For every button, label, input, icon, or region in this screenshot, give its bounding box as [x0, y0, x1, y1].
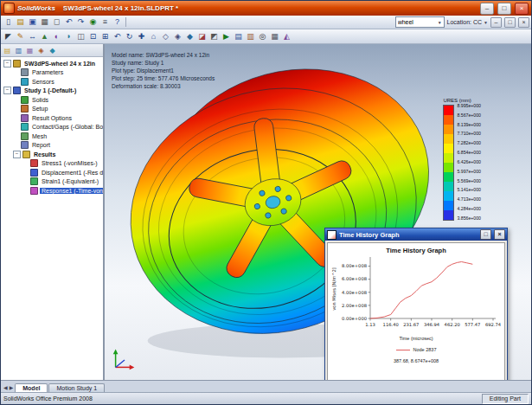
tree-item-label: Contact/Gaps (-Global: Bonded-) — [30, 124, 103, 130]
options-icon[interactable]: ≡ — [99, 16, 111, 28]
sketch-icon[interactable]: ✎ — [15, 31, 26, 42]
fillet-icon[interactable]: ◗ — [63, 31, 74, 42]
mirror-icon[interactable]: ◫ — [75, 31, 87, 42]
run-simulation-icon[interactable]: ▶ — [221, 31, 232, 42]
document-tabs-bar: ◀ ▶ Model Motion Study 1 — [1, 380, 531, 392]
tree-item[interactable]: Displacement1 (-Res disp-) — [1, 168, 103, 177]
location-dropdown[interactable]: Location: CC ▼ — [447, 19, 488, 25]
plot-tools-icon[interactable]: ▥ — [245, 31, 256, 42]
standard-views-icon[interactable]: ⌂ — [148, 31, 159, 42]
wireframe-icon[interactable]: ◇ — [160, 31, 171, 42]
minimize-button[interactable]: – — [480, 3, 494, 15]
close-button[interactable]: × — [515, 3, 529, 15]
propertymanager-tab-icon[interactable]: ▥ — [14, 46, 23, 55]
time-history-graph-window[interactable]: Time History Graph □ × Time History Grap… — [324, 228, 508, 380]
maximize-button[interactable]: □ — [497, 3, 511, 15]
tree-item[interactable]: Sensors — [1, 77, 103, 87]
legend-value: 7.282e+000 — [457, 140, 481, 145]
expander-icon[interactable]: − — [3, 87, 11, 94]
graph-window-titlebar[interactable]: Time History Graph □ × — [325, 228, 507, 241]
rotate-view-icon[interactable]: ↻ — [124, 31, 135, 42]
chart-x-axis-label: Time (microsec) — [399, 336, 433, 341]
legend-value: 3.856e+000 — [457, 215, 481, 221]
undo-icon[interactable]: ↶ — [63, 16, 74, 28]
tab-scroll-right-icon[interactable]: ▶ — [10, 384, 14, 390]
tree-item[interactable]: Result Options — [1, 113, 103, 123]
pan-icon[interactable]: ✚ — [136, 31, 147, 42]
print-icon[interactable]: ▦ — [39, 16, 50, 28]
tab-motion-study[interactable]: Motion Study 1 — [48, 383, 105, 392]
probe-icon[interactable]: ◎ — [257, 31, 268, 42]
tree-item[interactable]: Report — [1, 141, 103, 151]
shadows-icon[interactable]: ◩ — [208, 31, 220, 42]
titlebar: SolidWorks SW3dPS-wheel 24 x 12in.SLDPRT… — [1, 1, 531, 16]
help-icon[interactable]: ? — [112, 16, 123, 28]
expander-spacer — [22, 170, 29, 176]
displaymanager-tab-icon[interactable]: ◆ — [48, 46, 57, 55]
zoom-to-fit-icon[interactable]: ⊡ — [87, 31, 99, 42]
tree-item[interactable]: Parameters — [1, 68, 103, 78]
extruded-boss-icon[interactable]: ▲ — [39, 31, 50, 42]
tree-item-label: Results — [32, 151, 57, 158]
document-minimize-button[interactable]: – — [490, 17, 502, 28]
mesh-icon — [21, 132, 29, 140]
hidden-lines-visible-icon[interactable]: ◈ — [172, 31, 183, 42]
search-input[interactable] — [398, 19, 436, 25]
report-icon — [21, 141, 29, 149]
tree-item[interactable]: −Study 1 (-Default-) — [1, 87, 103, 96]
zoom-to-area-icon[interactable]: ⊞ — [99, 31, 111, 42]
search-dropdown-icon[interactable]: ▼ — [438, 20, 442, 25]
deformed-result-icon[interactable]: ◭ — [281, 31, 292, 42]
save-document-icon[interactable]: ▣ — [27, 16, 38, 28]
expander-spacer — [22, 160, 29, 166]
tree-item[interactable]: Mesh — [1, 132, 103, 141]
graph-close-button[interactable]: × — [494, 229, 505, 240]
document-restore-button[interactable]: □ — [504, 17, 516, 28]
editing-mode-indicator: Editing Part — [482, 394, 529, 404]
document-close-button[interactable]: × — [518, 17, 529, 28]
redo-icon[interactable]: ↷ — [75, 16, 87, 28]
featuremanager-tab-icon[interactable]: ▤ — [3, 46, 12, 55]
model-info-block: Model name: SW3dPS-wheel 24 x 12inStudy … — [112, 51, 215, 90]
dimxpertmanager-tab-icon[interactable]: ◈ — [36, 46, 46, 55]
new-document-icon[interactable]: ▯ — [3, 16, 14, 28]
tree-item-label: Stress1 (-vonMises-) — [40, 160, 99, 166]
tree-item[interactable]: Solids — [1, 95, 103, 105]
revolved-boss-icon[interactable]: ◐ — [51, 31, 62, 42]
select-pointer-icon[interactable]: ◤ — [3, 31, 14, 42]
smart-dimension-icon[interactable]: ↔ — [27, 31, 38, 42]
feature-manager-panel: ▤▥▦◈◆ −SW3dPS-wheel 24 x 12inParametersS… — [1, 44, 105, 380]
tree-item[interactable]: −SW3dPS-wheel 24 x 12in — [1, 59, 103, 68]
shaded-with-edges-icon[interactable]: ◆ — [184, 31, 195, 42]
legend-value: 6.854e+000 — [457, 150, 481, 155]
legend-color-band — [444, 115, 453, 125]
report-icon[interactable]: ▦ — [269, 31, 280, 42]
expander-icon[interactable]: − — [3, 60, 11, 68]
model-info-line: Deformation scale: 8.30003 — [112, 82, 215, 90]
open-document-icon[interactable]: ▤ — [15, 16, 26, 28]
tree-item[interactable]: Strain1 (-Equivalent-) — [1, 177, 103, 187]
tree-item[interactable]: Stress1 (-vonMises-) — [1, 159, 103, 169]
search-box[interactable]: ▼ — [395, 16, 445, 28]
tab-model[interactable]: Model — [15, 383, 48, 392]
tree-item[interactable]: −Results — [1, 150, 103, 159]
chart-title: Time History Graph — [386, 247, 445, 254]
configurationmanager-tab-icon[interactable]: ▦ — [25, 46, 35, 55]
study-icon — [13, 87, 21, 94]
result-color-legend: URES (mm) 8.995e+0008.567e+0008.139e+000… — [443, 98, 481, 222]
strain-plot-icon — [30, 177, 38, 185]
tab-scroll-left-icon[interactable]: ◀ — [3, 384, 8, 390]
tree-item[interactable]: Setup — [1, 105, 103, 114]
graph-maximize-button[interactable]: □ — [480, 229, 491, 240]
results-advisor-icon[interactable]: ▤ — [233, 31, 244, 42]
rebuild-icon[interactable]: ◉ — [87, 16, 99, 28]
viewport-3d[interactable]: Model name: SW3dPS-wheel 24 x 12inStudy … — [105, 44, 531, 380]
svg-text:8.00e+008: 8.00e+008 — [342, 263, 367, 268]
tree-item[interactable]: Response1 (-Time-von Mises-) — [1, 186, 103, 196]
section-view-icon[interactable]: ◪ — [196, 31, 208, 42]
tree-item[interactable]: Contact/Gaps (-Global: Bonded-) — [1, 123, 103, 132]
expander-icon[interactable]: − — [13, 151, 21, 158]
previous-view-icon[interactable]: ↶ — [112, 31, 123, 42]
reference-triad-icon — [110, 344, 139, 373]
print-preview-icon[interactable]: ◻ — [51, 16, 62, 28]
